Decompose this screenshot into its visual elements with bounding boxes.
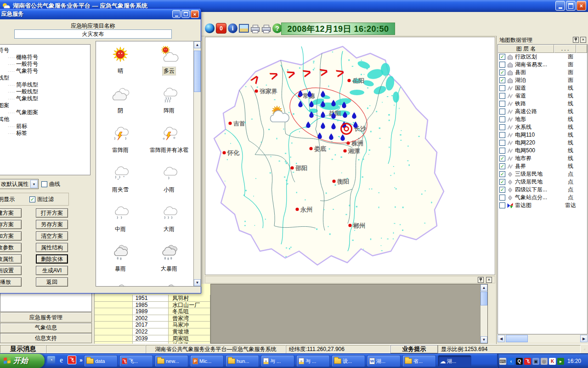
tree-node-线型[interactable]: 线型 bbox=[0, 75, 90, 81]
layer-row-四级以下居...[interactable]: ✓四级以下居...点 bbox=[498, 186, 587, 194]
tree-item-气象符号[interactable]: ····气象符号 bbox=[0, 68, 90, 75]
layer-row-省道[interactable]: 省道线 bbox=[498, 92, 587, 100]
taskbar-task-data[interactable]: data bbox=[84, 355, 118, 367]
tray-clock[interactable]: 16:20 bbox=[567, 358, 581, 364]
fetion-icon[interactable]: 飞 bbox=[524, 358, 531, 365]
checkbox-icon[interactable] bbox=[499, 101, 505, 107]
weather-symbol-大暴雨[interactable]: 大暴雨 bbox=[145, 244, 193, 283]
close-icon[interactable]: × bbox=[580, 37, 586, 43]
default-attr-dropdown[interactable]: 改默认属性 ▼ bbox=[0, 179, 39, 189]
layers-header-dots[interactable]: . . . bbox=[554, 45, 576, 53]
checkbox-icon[interactable] bbox=[499, 62, 505, 68]
tree-node-图案[interactable]: 图案 bbox=[0, 102, 90, 109]
tree-node-其他[interactable]: 其他 bbox=[0, 116, 90, 123]
kaspersky-icon[interactable]: K bbox=[549, 358, 556, 365]
checkbox-icon[interactable] bbox=[499, 140, 505, 146]
pin-icon[interactable] bbox=[573, 37, 579, 43]
checkbox-icon[interactable] bbox=[499, 93, 505, 99]
button-画设置[interactable]: 画设置 bbox=[0, 266, 22, 275]
table-row[interactable]: 2002曾家湾 bbox=[95, 315, 210, 322]
tree-item-气象图案[interactable]: ····气象图案 bbox=[0, 109, 90, 116]
checkbox-icon[interactable]: ✓ bbox=[29, 196, 35, 202]
weather-symbol-雷阵雨[interactable]: 雷阵雨 bbox=[96, 125, 145, 165]
start-button[interactable]: 开始 bbox=[0, 354, 45, 368]
checkbox-icon[interactable] bbox=[499, 195, 505, 201]
close-icon[interactable]: × bbox=[191, 10, 199, 18]
stop-icon[interactable]: 0 bbox=[216, 23, 226, 34]
symbol-tree[interactable]: 符号····栅格符号····一般符号····气象符号线型····简单线型····… bbox=[0, 44, 90, 175]
app-icon[interactable]: ◔ bbox=[47, 356, 55, 364]
checkbox-icon[interactable] bbox=[499, 132, 505, 138]
layers-header-extra[interactable] bbox=[576, 45, 587, 53]
weather-symbol-雨夹雪[interactable]: **雨夹雪 bbox=[96, 165, 145, 204]
scroll-right-icon[interactable]: ▶ bbox=[580, 335, 588, 342]
nav-item-应急服务管理[interactable]: 应急服务管理 bbox=[0, 312, 92, 322]
map-canvas[interactable]: 岳阳张家界常德益阳长沙吉首娄底株洲湘潭怀化邵阳衡阳永州郴州>>>>>> bbox=[205, 37, 495, 275]
button-改参数[interactable]: 改参数 bbox=[0, 243, 22, 252]
layer-row-高速公路[interactable]: 高速公路线 bbox=[498, 108, 587, 115]
table-row[interactable]: 1985水口山一厂 bbox=[95, 302, 210, 309]
restore-icon[interactable] bbox=[181, 10, 190, 18]
tree-item-标签[interactable]: ····标签 bbox=[0, 130, 90, 137]
minimize-icon[interactable] bbox=[555, 1, 565, 11]
taskbar-task-Mic...[interactable]: PMic... bbox=[190, 355, 224, 367]
restore-icon[interactable] bbox=[566, 1, 576, 11]
transparent-checkbox[interactable]: 透明显示 bbox=[0, 196, 15, 203]
checkbox-icon[interactable]: ✓ bbox=[499, 155, 505, 161]
checkbox-icon[interactable] bbox=[499, 148, 505, 154]
layer-row-水系线[interactable]: 水系线线 bbox=[498, 123, 587, 131]
pin-icon[interactable] bbox=[478, 277, 484, 283]
button-属性结构[interactable]: 属性结构 bbox=[36, 243, 68, 252]
taskbar-task-飞...[interactable]: 飞飞... bbox=[119, 355, 153, 367]
globe-icon[interactable] bbox=[205, 23, 215, 33]
keyboard-icon[interactable]: ⌨ bbox=[499, 358, 506, 365]
scroll-up-icon[interactable]: ▲ bbox=[481, 284, 487, 291]
tree-item-栅格符号[interactable]: ····栅格符号 bbox=[0, 54, 90, 61]
scroll-thumb[interactable] bbox=[194, 51, 201, 92]
taskbar-task-设...[interactable]: 设... bbox=[332, 355, 365, 367]
tree-item-一般线型[interactable]: ····一般线型 bbox=[0, 88, 90, 95]
button-播放[interactable]: 播放 bbox=[0, 277, 22, 287]
checkbox-icon[interactable] bbox=[499, 202, 505, 208]
traffic-icon[interactable]: ▸ bbox=[557, 358, 564, 365]
tree-item-简单线型[interactable]: ····简单线型 bbox=[0, 81, 90, 88]
messenger-icon[interactable]: ‹ bbox=[508, 358, 514, 365]
layer-row-地形[interactable]: 地形线 bbox=[498, 115, 587, 123]
info-icon[interactable]: i bbox=[228, 23, 237, 33]
table-row[interactable]: 2039周家咀 bbox=[95, 335, 210, 342]
tree-item-一般符号[interactable]: ····一般符号 bbox=[0, 61, 90, 68]
table-row[interactable]: 1951凤羽村 bbox=[95, 295, 210, 302]
layer-row-行政区划[interactable]: ✓行政区划面 bbox=[498, 53, 587, 61]
mute-icon[interactable]: ◎ bbox=[541, 358, 548, 365]
close-icon[interactable]: × bbox=[486, 277, 492, 283]
scroll-thumb[interactable] bbox=[481, 292, 487, 305]
layer-row-湖泊[interactable]: ✓湖泊面 bbox=[498, 76, 587, 84]
checkbox-icon[interactable] bbox=[499, 109, 505, 115]
taskbar-task-湖...[interactable]: ☁湖... bbox=[438, 355, 471, 367]
curve-checkbox[interactable]: 曲线 bbox=[41, 180, 60, 188]
checkbox-icon[interactable]: ✓ bbox=[499, 187, 505, 193]
button-改属性[interactable]: 改属性 bbox=[0, 254, 22, 264]
checkbox-icon[interactable]: ✓ bbox=[499, 179, 505, 185]
layers-header-name[interactable]: 图 层 名 bbox=[498, 45, 554, 53]
scrollbar[interactable]: ▲ ▼ bbox=[480, 284, 487, 343]
resize-grip[interactable] bbox=[581, 345, 588, 353]
table-row[interactable]: 2022黄坡塘 bbox=[95, 328, 210, 335]
taskbar-task-湖...[interactable]: W湖... bbox=[367, 355, 401, 367]
face-filter-checkbox[interactable]: ✓ 面过滤 bbox=[29, 196, 54, 203]
weather-symbol-阴[interactable]: 阴 bbox=[96, 86, 145, 125]
print-icon[interactable] bbox=[250, 23, 260, 33]
scroll-left-icon[interactable]: ◀ bbox=[498, 335, 505, 342]
taskbar-task-与 ...[interactable]: ≡与 ... bbox=[261, 355, 294, 367]
weather-symbol-晴[interactable]: 晴 bbox=[96, 46, 145, 86]
layer-row-电网220[interactable]: 电网220线 bbox=[498, 139, 587, 147]
checkbox-icon[interactable] bbox=[499, 124, 505, 130]
scroll-down-icon[interactable]: ▼ bbox=[481, 336, 487, 343]
weather-symbol-partial[interactable] bbox=[145, 283, 193, 287]
chevron-down-icon[interactable]: ▼ bbox=[30, 180, 38, 188]
button-删除实体[interactable]: 删除实体 bbox=[36, 254, 68, 264]
table-row[interactable]: 长塘子 bbox=[95, 342, 210, 344]
layer-row-六级居民地[interactable]: ✓六级居民地点 bbox=[498, 178, 587, 186]
weather-symbol-雷阵雨并有冰雹[interactable]: 雷阵雨并有冰雹 bbox=[145, 125, 193, 165]
button-清空方案[interactable]: 清空方案 bbox=[36, 231, 68, 241]
